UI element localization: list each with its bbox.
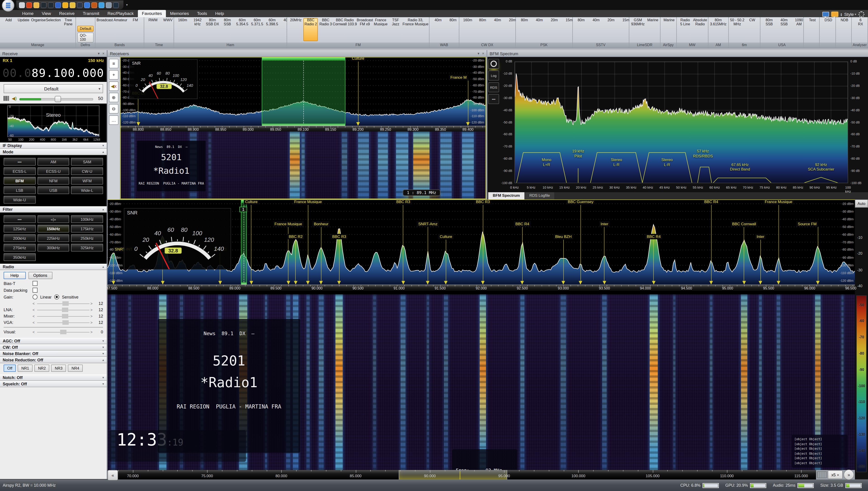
nr-button[interactable]: NR1	[18, 365, 33, 372]
station-marker-label[interactable]: SNRT-Amz	[417, 221, 439, 227]
favourite-button[interactable]: ★ 160m ▾	[460, 18, 475, 41]
station-marker-label[interactable]: France M	[449, 75, 468, 80]
filter-button[interactable]: 350kHz	[4, 253, 35, 261]
filter-button[interactable]: •••	[4, 215, 35, 223]
filter-button[interactable]: 325kHz	[71, 244, 103, 252]
favourite-button[interactable]: ★ CW ▾	[745, 18, 759, 41]
filter-button[interactable]: 275kHz	[4, 244, 35, 252]
favourite-button[interactable]: ★ 60m 5.354.5 ▾	[235, 18, 250, 41]
definition-button[interactable]: Default	[77, 26, 93, 32]
menu-tab[interactable]: Tools	[193, 10, 211, 17]
station-marker-label[interactable]: BBC Guernsey	[566, 200, 595, 204]
waterfall-colorbar[interactable]: -50-60-70-80-90-100-110-120-130-140-150	[856, 295, 867, 472]
tuning-selection[interactable]	[241, 200, 247, 285]
if-display-header[interactable]: IF Display	[3, 143, 22, 148]
mode-button[interactable]: ECSS-L	[4, 167, 35, 175]
add-receiver-icon[interactable]: +	[109, 70, 119, 80]
bfm-spectrum-chart[interactable]: MonoL+R19 kHzPilotStereoL-RStereoL-R57 k…	[515, 61, 848, 183]
definition-button[interactable]: QO-100	[77, 33, 93, 42]
collapse-icon[interactable]: ▾	[477, 51, 479, 55]
menu-tab[interactable]: Memories	[166, 10, 193, 17]
menu-tab[interactable]: Receive	[55, 10, 79, 17]
station-marker-label[interactable]: BBC R2	[287, 234, 304, 239]
radio-header[interactable]: Radio	[3, 265, 14, 269]
mode-button[interactable]: USB	[37, 186, 69, 194]
rds-button[interactable]: RDS	[488, 82, 499, 92]
receiver-frequency-axis[interactable]: 88.80088.85088.90088.95089.00089.05089.1…	[121, 126, 486, 132]
noise-blanker-header[interactable]: Noise Blanker: Off	[3, 351, 38, 356]
spin-buttons[interactable]: ▴▾	[841, 12, 842, 16]
favourite-button[interactable]: ★ 40m ▾	[431, 18, 445, 41]
bfm-tab[interactable]: RDS Logfile	[525, 192, 555, 200]
favourite-button[interactable]: ★ Broadcast ▾	[97, 18, 113, 41]
data-packing-checkbox[interactable]	[33, 288, 37, 293]
favourite-button[interactable]: ★ 20m ▾	[547, 18, 561, 41]
favourite-button[interactable]: ★ 80m ▾	[517, 18, 532, 41]
station-marker-label[interactable]: Culture	[350, 57, 366, 61]
keyboard-icon[interactable]	[817, 471, 827, 478]
station-marker-label[interactable]: Culture	[244, 200, 259, 204]
station-marker-label[interactable]: Source FM	[796, 221, 818, 227]
filter-button[interactable]: 200kHz	[4, 234, 35, 242]
filter-button[interactable]: 100kHz	[71, 215, 103, 223]
snapshot-icon[interactable]	[77, 2, 83, 8]
record-icon[interactable]	[48, 2, 54, 8]
favourite-button[interactable]: ★ 80m ▾	[574, 18, 588, 41]
list-icon[interactable]	[91, 2, 97, 8]
mode-button[interactable]: BFM	[4, 177, 35, 184]
meter-view-icon[interactable]	[488, 59, 499, 69]
favourite-button[interactable]: ★ BBC Radio 2 ▾	[304, 18, 318, 41]
cw-header[interactable]: CW: Off	[3, 345, 18, 350]
filter-header[interactable]: Filter	[3, 207, 13, 212]
favourite-button[interactable]: ★ 80m ▾	[475, 18, 490, 41]
station-marker-label[interactable]: BBC R3	[331, 234, 347, 239]
station-marker-label[interactable]: France Musique	[273, 221, 303, 227]
station-marker-label[interactable]: BBC R4	[514, 221, 530, 227]
favourite-button[interactable]: ★ 6 RX ▾	[853, 18, 868, 41]
visual-slider[interactable]: <>	[33, 330, 94, 334]
close-icon[interactable]: ×	[102, 51, 104, 55]
add-icon[interactable]	[55, 2, 61, 8]
monitor-2-icon[interactable]	[832, 12, 838, 17]
options-button[interactable]: Options	[28, 272, 52, 279]
style-button[interactable]: Style▾	[844, 12, 856, 17]
vga-slider[interactable]: <>	[33, 320, 94, 325]
favourite-button[interactable]: ★ 60m 5.398.5 ▾	[265, 18, 279, 41]
favourite-button[interactable]: ★ Add ▾	[1, 18, 16, 41]
menu-icon[interactable]: ≡	[109, 59, 119, 68]
undo-icon[interactable]	[84, 2, 90, 8]
station-marker-label[interactable]: Bleu BZH	[554, 234, 573, 239]
open-folder-icon[interactable]	[33, 2, 39, 8]
favourite-button[interactable]: ★ WWV ▾	[161, 18, 175, 41]
nav-skip-button[interactable]: »	[844, 469, 854, 480]
favourite-button[interactable]: ★ Selection ▾	[46, 18, 61, 41]
favourite-button[interactable]: ★ 20MHz ▾	[289, 18, 303, 41]
audio-spectrum[interactable]: Stereo 0-20-40-60 501002004008001k63k26k…	[0, 104, 107, 143]
nav-back-button[interactable]: «	[107, 470, 118, 480]
mode-button[interactable]: Wide-U	[4, 196, 35, 204]
favourite-button[interactable]: ★ Amateur ▾	[113, 18, 128, 41]
help-button[interactable]: Help	[4, 272, 26, 279]
favourite-button[interactable]: ★ 80m SSB ▾	[762, 18, 776, 41]
favourite-button[interactable]: ★ 40m ▾	[589, 18, 603, 41]
gain-sensitive-radio[interactable]	[54, 294, 59, 299]
menu-tab[interactable]: Home	[18, 10, 38, 17]
station-marker-label[interactable]: BBC Cornwall	[731, 221, 757, 227]
favourite-button[interactable]: ★ 40m SSB ▾	[777, 18, 792, 41]
mode-button[interactable]: •••	[4, 158, 35, 166]
station-marker-label[interactable]: Inter	[755, 234, 766, 239]
favourite-button[interactable]: ★ NDB ▾	[837, 18, 852, 41]
mode-button[interactable]: SAM	[71, 158, 103, 166]
receiver-waterfall[interactable]: News 89.1 DX – 5201 *Radio1 RAI REGION P…	[121, 132, 486, 199]
lock-icon[interactable]	[70, 2, 75, 8]
agc-header[interactable]: AGC: Off	[3, 339, 20, 343]
film-icon[interactable]	[106, 2, 112, 8]
favourite-button[interactable]: ★ Marine ▾	[646, 18, 660, 41]
play-icon[interactable]	[41, 2, 46, 8]
favourite-button[interactable]: ★ DSD ▾	[821, 18, 836, 41]
mode-button[interactable]: ECSS-U	[37, 167, 69, 175]
favourite-button[interactable]: ★ Radio 33, France Musique ▾	[403, 18, 428, 41]
favourite-button[interactable]: ★ BBC Radio 3 ▾	[318, 18, 333, 41]
bias-t-checkbox[interactable]	[33, 281, 37, 286]
mode-button[interactable]: WFM	[71, 177, 103, 184]
